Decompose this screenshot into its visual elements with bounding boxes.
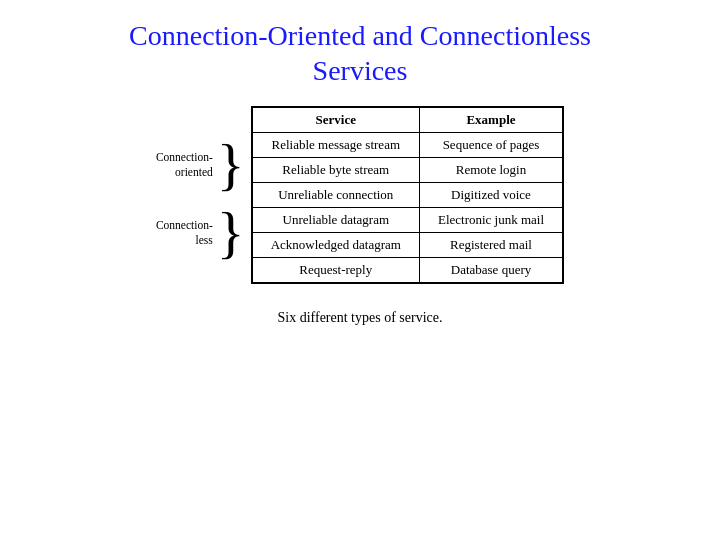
service-cell: Unreliable datagram [252,208,419,233]
brace-oriented: } [215,136,247,194]
table-area: Connection- oriented } Connection- less … [30,106,690,284]
service-cell: Reliable byte stream [252,158,419,183]
table-header-row: Service Example [252,108,562,133]
header-example: Example [419,108,562,133]
side-labels: Connection- oriented } Connection- less … [156,106,247,262]
brace-less: } [215,204,247,262]
services-table: Service Example Reliable message stream … [252,107,563,283]
connectionless-text: Connection- less [156,218,213,248]
example-cell: Electronic junk mail [419,208,562,233]
page-title: Connection-Oriented and Connectionless S… [129,18,591,88]
connection-oriented-text: Connection- oriented [156,150,213,180]
example-cell: Database query [419,258,562,283]
connectionless-label: Connection- less } [156,204,247,262]
table-row: Unreliable datagram Electronic junk mail [252,208,562,233]
example-cell: Digitized voice [419,183,562,208]
connection-oriented-label: Connection- oriented } [156,136,247,194]
main-table-wrapper: Service Example Reliable message stream … [251,106,564,284]
example-cell: Registered mail [419,233,562,258]
header-service: Service [252,108,419,133]
example-cell: Remote login [419,158,562,183]
service-cell: Acknowledged datagram [252,233,419,258]
table-row: Acknowledged datagram Registered mail [252,233,562,258]
table-row: Unreliable connection Digitized voice [252,183,562,208]
service-cell: Reliable message stream [252,133,419,158]
table-row: Reliable byte stream Remote login [252,158,562,183]
service-cell: Unreliable connection [252,183,419,208]
table-row: Request-reply Database query [252,258,562,283]
service-cell: Request-reply [252,258,419,283]
example-cell: Sequence of pages [419,133,562,158]
table-row: Reliable message stream Sequence of page… [252,133,562,158]
caption-text: Six different types of service. [278,310,443,326]
